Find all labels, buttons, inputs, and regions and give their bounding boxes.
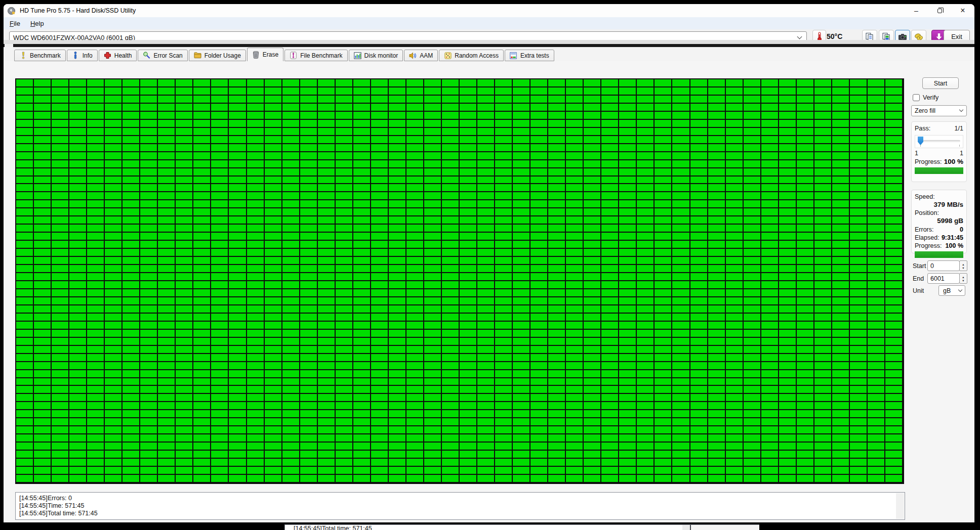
health-cross-icon — [104, 52, 111, 59]
tab-health-label: Health — [114, 52, 132, 59]
file-benchmark-icon — [290, 52, 297, 59]
log-time: [14:55:45] — [19, 495, 48, 502]
app-icon — [8, 7, 15, 15]
tab-folder-usage-label: Folder Usage — [205, 52, 241, 59]
pass-label: Pass: — [915, 125, 930, 132]
background-window-divider — [690, 525, 691, 530]
fill-mode-value: Zero fill — [915, 107, 935, 114]
magnifier-icon — [143, 52, 150, 59]
speed-label: Speed: — [915, 193, 963, 200]
titlebar: HD Tune Pro 5.75 - Hard Disk/SSD Utility… — [4, 4, 974, 17]
log-line: [14:55:45] Time: 571:45 — [19, 502, 905, 510]
tab-info-label: Info — [83, 52, 93, 59]
tab-extra-tests[interactable]: Extra tests — [505, 50, 554, 61]
tab-benchmark[interactable]: Benchmark — [14, 50, 66, 61]
tab-aam[interactable]: AAM — [404, 50, 438, 61]
unit-select[interactable]: gB — [938, 285, 965, 296]
log-text: Total time: 571:45 — [48, 510, 98, 517]
tab-extra-tests-label: Extra tests — [520, 52, 549, 59]
range-start-label: Start — [913, 262, 927, 270]
slider-track[interactable] — [918, 140, 960, 142]
tab-error-scan[interactable]: Error Scan — [138, 50, 187, 61]
stats-progress-value: 100 % — [946, 242, 963, 249]
background-window-sliver: [14:55:45] Total time: 571:45 — [284, 524, 759, 530]
tab-erase-label: Erase — [263, 51, 278, 58]
trash-can-icon — [252, 51, 260, 59]
tab-disk-monitor[interactable]: Disk monitor — [349, 50, 403, 61]
dice-icon — [444, 52, 452, 59]
log-time: [14:55:45] — [294, 525, 322, 530]
errors-value: 0 — [960, 226, 963, 233]
range-end-label: End — [913, 275, 927, 282]
verify-checkbox[interactable] — [913, 94, 920, 101]
log-box: [14:55:45] Errors: 0 [14:55:45] Time: 57… — [15, 492, 905, 520]
pass-progress-fill — [915, 167, 963, 174]
elapsed-value: 9:31:45 — [942, 234, 963, 241]
tabstrip: Benchmark Info Health — [14, 47, 555, 61]
tab-info[interactable]: Info — [67, 50, 98, 61]
fill-mode-select[interactable]: Zero fill — [911, 105, 967, 116]
tab-erase[interactable]: Erase — [247, 48, 283, 61]
stats-progress-label: Progress: — [915, 242, 942, 249]
tab-benchmark-label: Benchmark — [30, 52, 61, 59]
log-time: [14:55:45] — [19, 510, 48, 517]
pass-progress-value: 100 % — [944, 158, 963, 165]
elapsed-label: Elapsed: — [915, 234, 940, 241]
slider-max-label: 1 — [960, 150, 963, 157]
stats-progress-fill — [915, 251, 963, 258]
slider-min-label: 1 — [915, 150, 918, 157]
menu-file[interactable]: File — [6, 20, 24, 27]
range-end-input[interactable]: 6001 ▴▾ — [927, 273, 960, 284]
range-end-spinner[interactable]: ▴▾ — [959, 273, 967, 284]
tab-disk-monitor-label: Disk monitor — [364, 52, 398, 59]
temperature-value: 50°C — [827, 32, 842, 40]
background-log-scrollbar — [682, 525, 690, 530]
range-start-input[interactable]: 0 ▴▾ — [927, 260, 960, 271]
speaker-icon — [409, 52, 417, 59]
tab-random-access[interactable]: Random Access — [439, 50, 504, 61]
stats-progress-bar — [915, 251, 963, 258]
exit-button-label: Exit — [951, 33, 962, 40]
log-scrollbar[interactable] — [896, 493, 904, 519]
start-button-label: Start — [934, 80, 947, 87]
restore-button[interactable] — [928, 4, 951, 17]
benchmark-icon — [19, 52, 27, 59]
stats-groupbox: Speed: 379 MB/s Position: 5998 gB Errors… — [911, 190, 967, 253]
chevron-down-icon — [959, 108, 963, 112]
log-line: [14:55:45] Total time: 571:45 — [19, 510, 905, 517]
tab-aam-label: AAM — [420, 52, 433, 59]
restore-icon — [937, 9, 942, 13]
errors-label: Errors: — [915, 226, 934, 233]
start-button[interactable]: Start — [922, 77, 959, 89]
pass-groupbox: Pass: 1/1 1 1 Progress: 100 % — [911, 121, 967, 182]
pass-progress-bar — [915, 167, 963, 174]
download-update-icon — [935, 33, 943, 40]
log-text: Time: 571:45 — [48, 502, 85, 510]
pass-slider[interactable] — [915, 135, 963, 148]
close-button[interactable]: × — [951, 4, 974, 17]
unit-label: Unit — [913, 287, 924, 294]
erase-block-map — [15, 78, 904, 484]
position-label: Position: — [915, 209, 963, 216]
menu-help[interactable]: Help — [26, 20, 48, 27]
screenshot-camera-icon — [898, 33, 907, 40]
slider-thumb[interactable] — [918, 137, 923, 145]
speed-value: 379 MB/s — [915, 201, 963, 208]
log-time: [14:55:45] — [19, 502, 48, 510]
log-text: Errors: 0 — [48, 495, 72, 502]
test-grid-icon — [510, 52, 517, 59]
chevron-down-icon — [958, 288, 962, 292]
folder-icon — [194, 52, 201, 59]
tab-random-access-label: Random Access — [455, 52, 499, 59]
range-start-spinner[interactable]: ▴▾ — [959, 260, 967, 271]
chevron-down-icon — [797, 34, 802, 39]
tab-file-benchmark[interactable]: File Benchmark — [284, 50, 347, 61]
window-title: HD Tune Pro 5.75 - Hard Disk/SSD Utility — [20, 7, 136, 14]
tab-file-benchmark-label: File Benchmark — [300, 52, 342, 59]
tab-health[interactable]: Health — [99, 50, 137, 61]
background-log-line: [14:55:45] Total time: 571:45 — [285, 525, 682, 530]
log-text: Total time: 571:45 — [322, 525, 372, 530]
minimize-button[interactable]: – — [905, 4, 928, 17]
tab-folder-usage[interactable]: Folder Usage — [189, 50, 246, 61]
info-icon — [72, 52, 79, 59]
